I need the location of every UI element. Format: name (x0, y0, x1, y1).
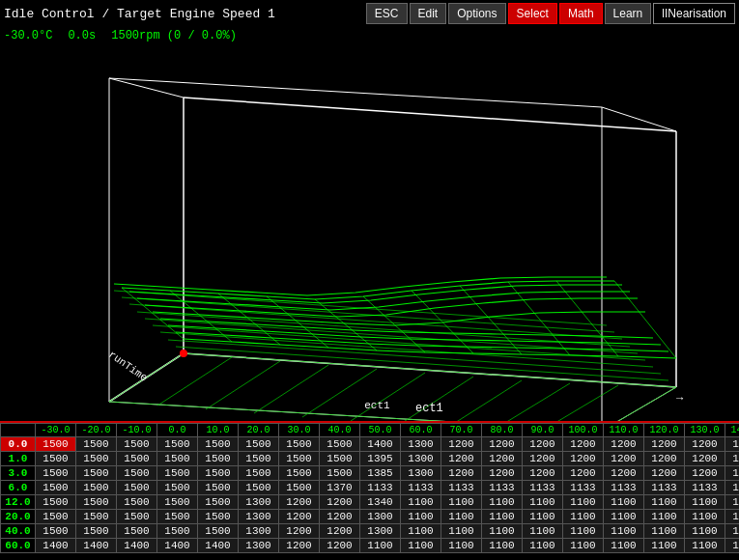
data-cell[interactable]: 1500 (320, 466, 360, 481)
data-cell[interactable]: 1200 (725, 437, 740, 452)
data-cell[interactable]: 1100 (401, 539, 441, 553)
row-header[interactable]: 12.0 (1, 495, 36, 510)
data-cell[interactable]: 1133 (563, 481, 604, 495)
data-cell[interactable]: 1200 (279, 539, 320, 553)
data-cell[interactable]: 1500 (239, 481, 279, 495)
data-cell[interactable]: 1100 (482, 495, 523, 510)
data-cell[interactable]: 1100 (441, 495, 482, 510)
data-cell[interactable]: 1200 (482, 466, 523, 481)
math-button[interactable]: Math (559, 3, 603, 24)
select-button[interactable]: Select (508, 3, 557, 24)
data-cell[interactable]: 1500 (239, 437, 279, 452)
data-cell[interactable]: 1500 (320, 452, 360, 466)
table-row[interactable]: 1.01500150015001500150015001500150013951… (1, 452, 740, 466)
table-row[interactable]: 20.0150015001500150015001300120012001300… (1, 510, 740, 524)
data-cell[interactable]: 1400 (360, 437, 401, 452)
row-header[interactable]: 3.0 (1, 466, 36, 481)
data-cell[interactable]: 1133 (523, 481, 563, 495)
row-header[interactable]: 6.0 (1, 481, 36, 495)
data-cell[interactable]: 1100 (604, 539, 644, 553)
data-cell[interactable]: 1200 (644, 437, 685, 452)
table-row[interactable]: 12.0150015001500150015001300120012001340… (1, 495, 740, 510)
data-cell[interactable]: 1500 (117, 524, 157, 539)
data-cell[interactable]: 1200 (604, 452, 644, 466)
data-cell[interactable]: 1200 (279, 495, 320, 510)
data-cell[interactable]: 1300 (239, 510, 279, 524)
data-cell[interactable]: 1500 (157, 437, 198, 452)
data-cell[interactable]: 1500 (157, 452, 198, 466)
data-cell[interactable]: 1100 (523, 495, 563, 510)
data-cell[interactable]: 1133 (441, 481, 482, 495)
data-cell[interactable]: 1500 (76, 524, 117, 539)
data-cell[interactable]: 1500 (279, 481, 320, 495)
data-cell[interactable]: 1200 (563, 452, 604, 466)
data-cell[interactable]: 1500 (279, 437, 320, 452)
data-cell[interactable]: 1300 (360, 510, 401, 524)
edit-button[interactable]: Edit (410, 3, 447, 24)
data-cell[interactable]: 1200 (482, 452, 523, 466)
data-cell[interactable]: 1200 (523, 466, 563, 481)
data-cell[interactable]: 1200 (279, 524, 320, 539)
data-cell[interactable]: 1200 (441, 452, 482, 466)
data-cell[interactable]: 1100 (685, 510, 725, 524)
table-row[interactable]: 3.01500150015001500150015001500150013851… (1, 466, 740, 481)
data-cell[interactable]: 1100 (441, 510, 482, 524)
data-cell[interactable]: 1500 (198, 524, 239, 539)
row-header[interactable]: 0.0 (1, 437, 36, 452)
data-cell[interactable]: 1100 (482, 524, 523, 539)
data-cell[interactable]: 1500 (36, 495, 76, 510)
data-cell[interactable]: 1500 (36, 510, 76, 524)
data-cell[interactable]: 1133 (360, 481, 401, 495)
data-cell[interactable]: 1100 (523, 510, 563, 524)
data-cell[interactable]: 1100 (563, 524, 604, 539)
data-cell[interactable]: 1200 (685, 452, 725, 466)
data-cell[interactable]: 1340 (360, 495, 401, 510)
data-cell[interactable]: 1500 (36, 452, 76, 466)
data-cell[interactable]: 1133 (644, 481, 685, 495)
data-cell[interactable]: 1500 (157, 481, 198, 495)
data-cell[interactable]: 1400 (117, 539, 157, 553)
data-cell[interactable]: 1500 (36, 466, 76, 481)
data-cell[interactable]: 1100 (644, 524, 685, 539)
data-cell[interactable]: 1500 (76, 452, 117, 466)
data-cell[interactable]: 1200 (685, 437, 725, 452)
data-cell[interactable]: 1100 (685, 524, 725, 539)
data-cell[interactable]: 1385 (360, 466, 401, 481)
data-cell[interactable]: 1200 (482, 437, 523, 452)
data-cell[interactable]: 1500 (36, 524, 76, 539)
data-cell[interactable]: 1100 (401, 524, 441, 539)
table-body[interactable]: 0.01500150015001500150015001500150014001… (1, 437, 740, 553)
data-cell[interactable]: 1370 (320, 481, 360, 495)
data-cell[interactable]: 1200 (320, 539, 360, 553)
data-cell[interactable]: 1100 (725, 495, 740, 510)
row-header[interactable]: 20.0 (1, 510, 36, 524)
data-cell[interactable]: 1133 (482, 481, 523, 495)
data-cell[interactable]: 1100 (482, 539, 523, 553)
data-cell[interactable]: 1100 (644, 495, 685, 510)
table-row[interactable]: 0.01500150015001500150015001500150014001… (1, 437, 740, 452)
data-cell[interactable]: 1200 (523, 452, 563, 466)
data-cell[interactable]: 1500 (76, 437, 117, 452)
data-cell[interactable]: 1100 (604, 495, 644, 510)
data-cell[interactable]: 1100 (563, 539, 604, 553)
data-cell[interactable]: 1500 (279, 466, 320, 481)
data-cell[interactable]: 1133 (401, 481, 441, 495)
data-cell[interactable]: 1200 (320, 495, 360, 510)
data-cell[interactable]: 1500 (117, 452, 157, 466)
data-cell[interactable]: 1400 (36, 539, 76, 553)
data-cell[interactable]: 1100 (441, 539, 482, 553)
data-cell[interactable]: 1300 (401, 452, 441, 466)
data-cell[interactable]: 1500 (279, 452, 320, 466)
data-cell[interactable]: 1500 (117, 437, 157, 452)
data-cell[interactable]: 1100 (644, 510, 685, 524)
data-cell[interactable]: 1100 (604, 510, 644, 524)
data-cell[interactable]: 1500 (239, 452, 279, 466)
data-cell[interactable]: 1200 (523, 437, 563, 452)
data-cell[interactable]: 1300 (401, 437, 441, 452)
data-cell[interactable]: 1500 (76, 481, 117, 495)
data-cell[interactable]: 1400 (76, 539, 117, 553)
data-cell[interactable]: 1500 (198, 452, 239, 466)
data-cell[interactable]: 1200 (725, 466, 740, 481)
data-cell[interactable]: 1100 (563, 495, 604, 510)
data-cell[interactable]: 1100 (725, 510, 740, 524)
